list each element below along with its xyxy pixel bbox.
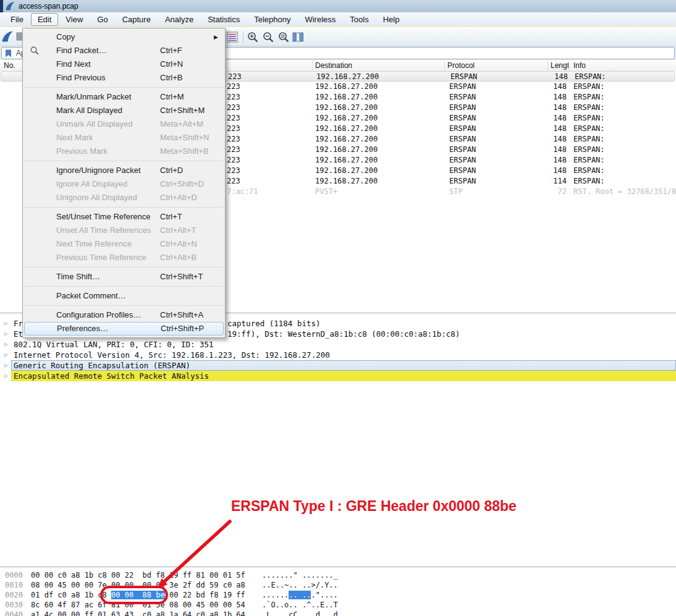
cell-protocol: ERSPAN [449, 103, 476, 112]
expander-triangle-icon[interactable]: ▷ [4, 351, 8, 358]
cell-destination: 192.168.27.200 [315, 156, 378, 164]
zoom-original-icon[interactable] [277, 31, 290, 43]
menubar-item-edit[interactable]: Edit [31, 13, 58, 26]
menu-item-mark-unmark-packet[interactable]: Mark/Unmark PacketCtrl+M [24, 90, 224, 104]
cell-protocol: ERSPAN [449, 124, 476, 133]
menu-item-shortcut: Ctrl+N [160, 57, 183, 71]
detail-text: Generic Routing Encapsulation (ERSPAN) [14, 361, 190, 370]
expander-triangle-icon[interactable]: ▷ [4, 330, 8, 337]
menubar-item-wireless[interactable]: Wireless [298, 13, 342, 26]
menu-item-shortcut: Meta+Shift+B [160, 145, 209, 158]
colorize-rules-icon[interactable] [226, 31, 239, 43]
menu-item-find-packet[interactable]: Find Packet…Ctrl+F [24, 44, 224, 57]
expander-triangle-icon[interactable]: ▷ [4, 372, 8, 379]
annotation-circle [100, 586, 168, 604]
detail-text-left-fragment: Fr [14, 319, 23, 328]
menubar-item-tools[interactable]: Tools [343, 13, 375, 26]
detail-text-right-fragment: captured (1184 bits) [227, 319, 321, 328]
cell-length: 148 [531, 124, 567, 133]
cell-protocol: ERSPAN [449, 166, 476, 175]
menu-item-time-shift[interactable]: Time Shift…Ctrl+Shift+T [24, 270, 224, 284]
menu-item-mark-all-displayed[interactable]: Mark All DisplayedCtrl+Shift+M [24, 104, 224, 117]
menubar-item-statistics[interactable]: Statistics [201, 13, 247, 26]
menubar-item-analyze[interactable]: Analyze [158, 13, 200, 26]
column-header-length[interactable]: Length [551, 61, 568, 70]
ascii-highlight: .. .. [289, 591, 311, 599]
wireshark-fin-icon[interactable] [1, 30, 14, 43]
detail-row[interactable]: ▷Encapsulated Remote Switch Packet ANaly… [0, 371, 676, 381]
menubar-item-telephony[interactable]: Telephony [247, 13, 297, 26]
hex-offset: 0030 [5, 600, 23, 610]
cell-destination: PVST+ [315, 187, 337, 196]
cell-info: RST. Root = 32768/351/8c [573, 187, 676, 196]
cell-length: 148 [533, 72, 568, 81]
cell-info: ERSPAN: [573, 166, 605, 175]
menu-item-shortcut: Ctrl+Shift+M [160, 104, 205, 117]
hex-row[interactable]: 00308c 60 4f 87 ac 6f 81 00 01 5e 08 00 … [0, 600, 676, 610]
menu-item-label: Previous Time Reference [56, 251, 146, 264]
menu-item-shortcut: Ctrl+B [160, 71, 182, 85]
expander-triangle-icon[interactable]: ▷ [4, 319, 8, 326]
cell-info: ERSPAN: [573, 124, 605, 133]
column-header-no[interactable]: No. [4, 61, 15, 70]
menubar-item-help[interactable]: Help [376, 13, 407, 26]
cell-destination: 192.168.27.200 [315, 124, 378, 133]
filter-bookmark-icon[interactable] [4, 49, 13, 58]
expander-triangle-icon[interactable]: ▷ [4, 340, 8, 347]
cell-length: 148 [531, 145, 567, 154]
menubar-item-file[interactable]: File [4, 13, 30, 26]
column-header-protocol[interactable]: Protocol [447, 61, 475, 70]
hex-offset: 0020 [5, 590, 23, 600]
zoom-out-icon[interactable] [262, 31, 274, 43]
resize-columns-icon[interactable] [292, 31, 304, 43]
menu-item-label: Next Time Reference [56, 237, 132, 251]
cell-source: 223 [227, 124, 240, 133]
cell-length: 148 [531, 103, 567, 112]
menu-item-ignore-unignore-packet[interactable]: Ignore/Unignore PacketCtrl+D [24, 164, 224, 177]
title-bar: access-span.pcap [0, 0, 676, 12]
menu-item-configuration-profiles[interactable]: Configuration Profiles…Ctrl+Shift+A [24, 308, 224, 322]
menu-item-shortcut: Ctrl+Alt+N [160, 237, 197, 251]
menu-item-preferences[interactable]: Preferences…Ctrl+Shift+P [24, 322, 224, 335]
cell-protocol: ERSPAN [449, 82, 476, 91]
menu-item-label: Ignore All Displayed [56, 177, 127, 191]
menu-item-find-previous[interactable]: Find PreviousCtrl+B [24, 71, 224, 85]
detail-row[interactable]: ▷Generic Routing Encapsulation (ERSPAN) [0, 360, 676, 371]
menubar-item-go[interactable]: Go [90, 13, 114, 26]
menubar-item-view[interactable]: View [59, 13, 90, 26]
detail-row[interactable]: ▷802.1Q Virtual LAN, PRI: 0, CFI: 0, ID:… [0, 339, 676, 350]
menu-item-set-unset-time-reference[interactable]: Set/Unset Time ReferenceCtrl+T [24, 210, 224, 224]
menu-item-packet-comment[interactable]: Packet Comment… [24, 289, 224, 303]
hex-ascii: .`O..o.. .^..E..T [262, 600, 338, 610]
menu-item-copy[interactable]: Copy▶ [24, 30, 224, 44]
magnifier-icon [30, 46, 40, 56]
hex-row[interactable]: 0040a1 4c 00 00 ff 01 63 43 c0 a8 1a 64 … [0, 610, 676, 616]
expander-triangle-icon[interactable]: ▷ [4, 361, 8, 368]
hex-segment: 01 df c0 a8 1b c8 [31, 591, 111, 599]
menu-item-shortcut: Ctrl+Alt+T [160, 224, 196, 237]
cell-source: 223 [227, 93, 240, 101]
menu-item-next-mark: Next MarkMeta+Shift+N [24, 131, 224, 145]
hex-offset: 0040 [5, 610, 23, 616]
menu-item-next-time-reference: Next Time ReferenceCtrl+Alt+N [24, 237, 224, 251]
zoom-in-icon[interactable] [247, 31, 259, 43]
ascii-segment: ...... [262, 591, 289, 599]
cell-source: 223 [227, 156, 240, 164]
cell-length: 72 [531, 187, 567, 196]
menu-item-shortcut: Ctrl+Alt+D [160, 191, 197, 205]
detail-row[interactable]: ▷Internet Protocol Version 4, Src: 192.1… [0, 350, 676, 360]
detail-text: 802.1Q Virtual LAN, PRI: 0, CFI: 0, ID: … [14, 340, 214, 349]
cell-protocol: ERSPAN [449, 156, 476, 164]
hex-row[interactable]: 001008 00 45 00 00 7e 00 00 00 00 3e 2f … [0, 580, 676, 590]
cell-destination: 192.168.27.200 [315, 82, 378, 91]
menubar-item-capture[interactable]: Capture [116, 13, 158, 26]
hex-ascii: ..E..~.. ..>/.Y.. [262, 580, 338, 590]
menu-item-find-next[interactable]: Find NextCtrl+N [24, 57, 224, 71]
menu-item-label: Time Shift… [56, 270, 100, 284]
column-header-destination[interactable]: Destination [315, 61, 352, 70]
hex-row[interactable]: 000000 00 c0 a8 1b c8 00 22 bd f8 19 ff … [0, 570, 676, 580]
cell-destination: 192.168.27.200 [315, 103, 378, 112]
column-header-info[interactable]: Info [573, 61, 586, 70]
wireshark-window: access-span.pcap FileEditViewGoCaptureAn… [0, 0, 676, 616]
cell-info: ERSPAN: [573, 145, 605, 154]
